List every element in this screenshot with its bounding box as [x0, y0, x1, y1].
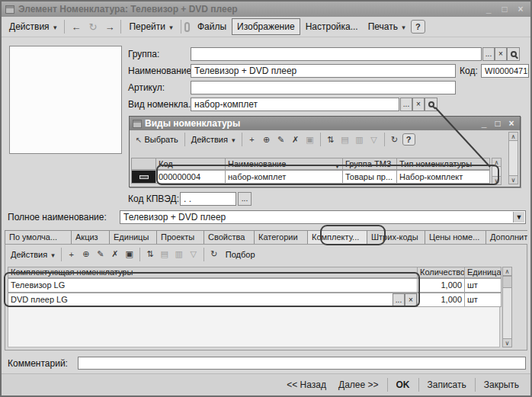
tab-barcodes[interactable]: Штрих-коды — [367, 230, 425, 245]
popup-scrollbar[interactable]: ∧ ∨ — [508, 132, 518, 184]
tab-categories[interactable]: Категории — [255, 230, 308, 245]
article-field[interactable] — [191, 81, 456, 94]
kind-field[interactable]: набор-комплет — [191, 98, 399, 111]
post-icon[interactable]: ▣ — [303, 132, 317, 147]
group-open-button[interactable] — [507, 47, 520, 61]
kind-ellipsis-button[interactable]: ... — [400, 98, 412, 111]
goto-menu-button[interactable]: Перейти ▾ — [124, 19, 177, 34]
next-item-icon[interactable]: → — [101, 19, 117, 34]
component-row[interactable]: Телевизор LG 1,000 шт — [8, 278, 502, 293]
component-name-cell[interactable]: DVD плеер LG ...× — [8, 293, 418, 307]
tab-additional[interactable]: Дополните... — [486, 230, 527, 245]
image-button[interactable]: Изображение — [232, 18, 300, 35]
scroll-track[interactable] — [509, 141, 518, 175]
tab-components[interactable]: Комплекту... — [308, 230, 367, 245]
reread-icon[interactable]: ↻ — [85, 19, 101, 34]
unit-cell[interactable]: шт — [465, 278, 502, 293]
scroll-up-icon[interactable]: ∧ — [502, 267, 512, 276]
close-button[interactable]: × — [514, 4, 527, 14]
kinds-table-scrollbar[interactable]: ∧ ∨ — [492, 158, 502, 185]
popup-close-button[interactable]: × — [506, 118, 517, 129]
group-field[interactable] — [191, 47, 482, 61]
tab-units[interactable]: Единицы — [110, 230, 157, 245]
save-button[interactable]: Записать — [422, 377, 472, 392]
popup-maximize-button[interactable]: □ — [492, 118, 503, 129]
delete-row-icon[interactable]: ✗ — [108, 247, 122, 262]
component-row[interactable]: DVD плеер LG ...× 1,000 шт — [8, 293, 502, 307]
maximize-button[interactable]: □ — [498, 4, 511, 14]
files-button[interactable]: Файлы — [193, 19, 231, 34]
quantity-header[interactable]: Количество — [418, 267, 465, 278]
sort-icon[interactable]: ⇅ — [324, 132, 338, 147]
code-header[interactable]: Код — [156, 158, 226, 170]
fullname-field[interactable]: Телевизор + DVD плеер▼ — [120, 210, 526, 224]
fullname-dropdown-button[interactable]: ▼ — [513, 212, 524, 223]
name-cell[interactable]: набор-комплет — [226, 170, 343, 184]
settings-button[interactable]: Настройка... — [301, 19, 363, 34]
print-menu-button[interactable]: Печать ▾ — [364, 19, 410, 34]
unit-header[interactable]: Единица — [465, 267, 502, 278]
next-button[interactable]: Далее >> — [333, 377, 384, 392]
kind-clear-button[interactable]: × — [412, 98, 425, 111]
delete-icon[interactable]: ✗ — [289, 132, 303, 147]
scroll-track[interactable] — [492, 167, 501, 176]
tab-properties[interactable]: Свойства — [204, 230, 255, 245]
ok-button[interactable]: OK — [391, 377, 415, 392]
edit-icon[interactable]: ✎ — [274, 132, 288, 147]
pick-button[interactable]: Подбор — [222, 248, 259, 261]
previous-item-icon[interactable]: ← — [68, 19, 84, 34]
group-clear-button[interactable]: × — [495, 47, 507, 61]
popup-actions-menu-button[interactable]: Действия ▾ — [188, 133, 239, 146]
sort-icon[interactable]: ⇅ — [143, 247, 157, 262]
scroll-down-icon[interactable]: ∨ — [502, 338, 512, 347]
minimize-button[interactable]: _ — [482, 4, 495, 14]
help-button[interactable]: ? — [411, 20, 425, 34]
components-actions-menu-button[interactable]: Действия ▾ — [8, 248, 58, 261]
name-header[interactable]: Наименование▼ — [226, 158, 343, 170]
tab-excise[interactable]: Акциз — [72, 230, 110, 245]
type-cell[interactable]: Набор-комплект — [397, 170, 490, 184]
kpved-ellipsis-button[interactable]: ... — [238, 192, 252, 206]
refresh-icon[interactable]: ↻ — [388, 132, 402, 147]
move-up-icon[interactable]: ▤ — [158, 247, 171, 262]
copy-icon[interactable]: ▥ — [172, 247, 186, 262]
cell-clear-button[interactable]: × — [405, 293, 417, 306]
type-header[interactable]: Тип номенклатуры — [397, 158, 490, 170]
tab-prices[interactable]: Цены номе... — [425, 230, 486, 245]
quantity-cell[interactable]: 1,000 — [418, 278, 465, 293]
edit-row-icon[interactable]: ✎ — [94, 247, 107, 262]
components-scrollbar[interactable]: ∧ ∨ — [502, 267, 512, 347]
component-name-header[interactable]: Комплектующая номенклатуры — [8, 267, 418, 278]
comment-field[interactable] — [78, 357, 526, 370]
unit-cell[interactable]: шт — [465, 293, 502, 307]
scroll-down-icon[interactable]: ∨ — [508, 175, 518, 184]
code-cell[interactable]: 000000004 — [156, 170, 226, 184]
select-button[interactable]: ↖ Выбрать — [131, 133, 181, 146]
scroll-track[interactable] — [503, 288, 511, 338]
popup-minimize-button[interactable]: _ — [479, 118, 489, 129]
close-form-button[interactable]: Закрыть — [479, 377, 524, 392]
component-name-cell[interactable]: Телевизор LG — [8, 278, 418, 293]
scroll-down-icon[interactable]: ∨ — [492, 176, 502, 185]
group-ellipsis-button[interactable]: ... — [482, 47, 495, 61]
filter-off-icon[interactable]: ▽ — [367, 132, 381, 147]
refresh-icon[interactable]: ↻ — [207, 247, 221, 262]
cell-ellipsis-button[interactable]: ... — [393, 293, 405, 306]
scroll-up-icon[interactable]: ∧ — [492, 158, 502, 167]
back-button[interactable]: << Назад — [281, 377, 332, 392]
new-item-icon[interactable]: + — [245, 132, 259, 147]
filter-off-icon[interactable]: ▽ — [187, 247, 200, 262]
actions-menu-button[interactable]: Действия ▾ — [5, 19, 61, 34]
quantity-cell[interactable]: 1,000 — [418, 293, 465, 307]
kind-open-button[interactable] — [425, 98, 437, 111]
item-image-box[interactable] — [9, 46, 122, 154]
insert-row-icon[interactable]: ⊕ — [79, 247, 93, 262]
new-row-icon[interactable]: + — [65, 247, 79, 262]
scroll-thumb[interactable] — [502, 276, 512, 288]
open-folder-icon[interactable]: ▤ — [338, 132, 352, 147]
kpved-field[interactable]: . . — [180, 192, 236, 206]
tab-projects[interactable]: Проекты — [157, 230, 204, 245]
copy-icon[interactable]: ▥ — [353, 132, 367, 147]
popup-help-button[interactable]: ? — [402, 133, 415, 146]
kinds-row[interactable]: 000000004 набор-комплет Товары пр... Наб… — [131, 170, 490, 184]
